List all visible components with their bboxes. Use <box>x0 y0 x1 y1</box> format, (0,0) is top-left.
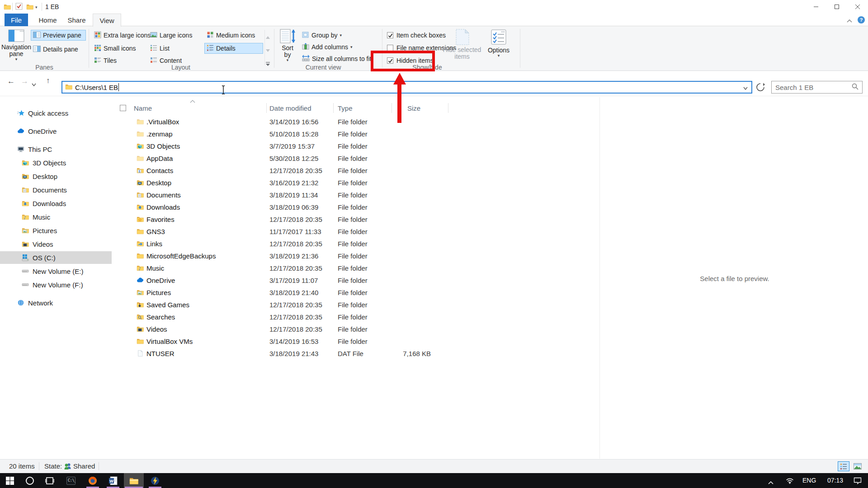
table-row[interactable]: ♪Music12/17/2018 20:35File folder <box>113 262 599 274</box>
table-row[interactable]: Saved Games12/17/2018 20:35File folder <box>113 299 599 311</box>
details-view-toggle[interactable] <box>838 461 849 471</box>
checkbox-item-check-boxes[interactable]: Item check boxes <box>387 30 446 41</box>
help-icon[interactable]: ? <box>857 16 865 25</box>
scroll-down-icon[interactable] <box>266 46 270 53</box>
table-row[interactable]: OneDrive3/17/2019 11:07File folder <box>113 274 599 286</box>
wifi-icon[interactable] <box>786 477 794 485</box>
column-divider[interactable] <box>448 103 448 113</box>
table-row[interactable]: Links12/17/2018 20:35File folder <box>113 238 599 250</box>
tab-home[interactable]: Home <box>35 14 61 26</box>
table-row[interactable]: Desktop3/16/2019 21:32File folder <box>113 177 599 189</box>
taskbar-cmd-icon[interactable]: C:\_ <box>61 473 81 488</box>
tray-expand-chevron-icon[interactable] <box>768 479 774 486</box>
tab-view[interactable]: View <box>93 14 121 27</box>
address-bar[interactable]: C:\Users\1 EB <box>61 81 752 94</box>
taskbar-start-icon[interactable] <box>0 473 20 488</box>
address-dropdown-chevron-icon[interactable] <box>743 84 748 91</box>
column-header-size[interactable]: Size <box>407 102 420 114</box>
table-row[interactable]: Downloads3/18/2019 06:39File folder <box>113 201 599 213</box>
sidebar-item-new-volume-f-[interactable]: New Volume (F:) <box>0 278 112 291</box>
refresh-icon[interactable] <box>756 83 765 93</box>
sidebar-item-3d-objects[interactable]: 3D Objects <box>0 156 112 169</box>
column-divider[interactable] <box>392 103 392 113</box>
table-row[interactable]: Contacts12/17/2018 20:35File folder <box>113 164 599 177</box>
search-box[interactable]: Search 1 EB <box>771 81 863 94</box>
sidebar-item-pictures[interactable]: Pictures <box>0 224 112 237</box>
layout-option-list[interactable]: List <box>148 43 203 54</box>
column-header-type[interactable]: Type <box>338 102 353 114</box>
close-button[interactable] <box>847 0 868 14</box>
sidebar-item-documents[interactable]: Documents <box>0 183 112 196</box>
sidebar-item-os-c-[interactable]: OS (C:) <box>0 251 112 264</box>
table-row[interactable]: 3D Objects3/7/2019 15:37File folder <box>113 140 599 152</box>
layout-option-tiles[interactable]: Tiles <box>92 55 146 66</box>
ribbon-collapse-chevron-icon[interactable] <box>846 17 853 25</box>
action-center-icon[interactable] <box>854 477 862 486</box>
table-row[interactable]: MicrosoftEdgeBackups3/18/2019 21:36File … <box>113 250 599 262</box>
preview-pane-button[interactable]: Preview pane <box>31 30 86 41</box>
select-all-checkbox[interactable] <box>120 105 126 111</box>
table-row[interactable]: Searches12/17/2018 20:35File folder <box>113 311 599 323</box>
size-all-columns-button[interactable]: Size all columns to fit <box>300 53 374 64</box>
clock[interactable]: 07:13 <box>827 477 843 484</box>
checkbox-icon[interactable] <box>387 45 393 51</box>
tab-file[interactable]: File <box>5 14 28 26</box>
layout-option-small-icons[interactable]: Small icons <box>92 43 146 54</box>
sort-by-button[interactable]: Sort by ▾ <box>277 29 298 62</box>
add-columns-button[interactable]: Add columns ▾ <box>300 42 354 52</box>
minimize-button[interactable] <box>806 0 826 14</box>
table-row[interactable]: .VirtualBox3/14/2019 16:56File folder <box>113 116 599 128</box>
recent-locations-chevron-icon[interactable] <box>32 80 36 88</box>
taskbar-lightning-icon[interactable] <box>145 473 165 488</box>
table-row[interactable]: Videos12/17/2018 20:35File folder <box>113 323 599 335</box>
table-row[interactable]: Documents3/18/2019 11:34File folder <box>113 189 599 201</box>
qat-new-folder-icon[interactable] <box>26 3 33 12</box>
layout-option-large-icons[interactable]: Large icons <box>148 30 203 41</box>
layout-option-medium-icons[interactable]: Medium icons <box>204 30 263 41</box>
checkbox-icon[interactable] <box>387 32 393 38</box>
taskbar-word-icon[interactable]: W <box>103 473 123 488</box>
sidebar-item-onedrive[interactable]: OneDrive <box>0 125 112 137</box>
table-row[interactable]: AppData5/30/2018 12:25File folder <box>113 152 599 164</box>
preview-pane-divider[interactable] <box>599 97 600 459</box>
taskbar-cortana-icon[interactable] <box>20 473 40 488</box>
navigation-pane-button[interactable]: Navigation pane ▾ <box>4 29 29 61</box>
sidebar-item-videos[interactable]: Videos <box>0 238 112 250</box>
language-indicator[interactable]: ENG <box>802 477 816 484</box>
layout-option-details[interactable]: Details <box>204 43 263 54</box>
tab-share[interactable]: Share <box>64 14 90 26</box>
sidebar-item-music[interactable]: ♪Music <box>0 211 112 223</box>
up-icon[interactable]: ↑ <box>46 76 50 85</box>
scroll-up-icon[interactable] <box>266 33 270 40</box>
taskbar-task-view-icon[interactable] <box>40 473 60 488</box>
table-row[interactable]: Pictures3/18/2019 21:40File folder <box>113 286 599 299</box>
details-pane-button[interactable]: Details pane <box>31 44 86 55</box>
table-row[interactable]: .zenmap5/10/2018 15:28File folder <box>113 128 599 140</box>
sidebar-item-new-volume-e-[interactable]: New Volume (E:) <box>0 265 112 277</box>
layout-option-extra-large-icons[interactable]: Extra large icons <box>92 30 146 41</box>
group-by-button[interactable]: Group by ▾ <box>300 30 344 41</box>
column-header-date-modified[interactable]: Date modified <box>269 102 311 114</box>
taskbar-explorer-icon[interactable] <box>124 473 144 488</box>
column-divider[interactable] <box>266 103 267 113</box>
search-icon[interactable] <box>852 83 859 91</box>
table-row[interactable]: GNS311/17/2017 11:33File folder <box>113 225 599 238</box>
layout-more-icon[interactable] <box>266 60 270 67</box>
sidebar-item-desktop[interactable]: Desktop <box>0 170 112 183</box>
table-row[interactable]: Favorites12/17/2018 20:35File folder <box>113 213 599 225</box>
sidebar-item-this-pc[interactable]: This PC <box>0 143 112 155</box>
taskbar-firefox-icon[interactable] <box>83 473 103 488</box>
back-icon[interactable]: ← <box>7 77 15 86</box>
sidebar-item-downloads[interactable]: Downloads <box>0 197 112 210</box>
sidebar-item-network[interactable]: Network <box>0 296 112 309</box>
maximize-button[interactable] <box>826 0 847 14</box>
table-row[interactable]: VirtualBox VMs3/14/2019 16:53File folder <box>113 335 599 347</box>
column-header-name[interactable]: Name <box>134 102 152 114</box>
column-divider[interactable] <box>333 103 334 113</box>
thumbnail-view-toggle[interactable] <box>852 461 863 471</box>
qat-properties-icon[interactable] <box>15 3 23 11</box>
qat-customize-chevron-icon[interactable]: ▾ <box>35 5 38 9</box>
sidebar-item-quick-access[interactable]: Quick access <box>0 107 112 119</box>
options-button[interactable]: Options ▾ <box>485 29 513 58</box>
table-row[interactable]: NTUSER3/18/2019 21:43DAT File7,168 KB <box>113 347 599 360</box>
